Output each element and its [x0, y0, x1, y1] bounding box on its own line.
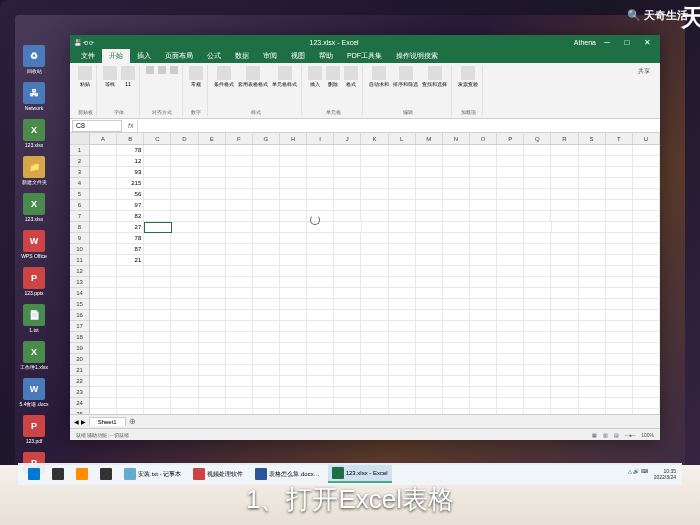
row-header[interactable]: 23 [70, 387, 89, 398]
cell[interactable] [171, 354, 198, 365]
cell[interactable] [551, 211, 578, 222]
cell[interactable] [117, 376, 144, 387]
cell[interactable] [199, 277, 226, 288]
cell[interactable] [144, 343, 171, 354]
cell[interactable] [606, 365, 633, 376]
cell[interactable] [199, 398, 226, 409]
col-header[interactable]: U [633, 133, 660, 144]
cell[interactable] [470, 255, 497, 266]
cell[interactable] [579, 365, 606, 376]
cell[interactable] [199, 321, 226, 332]
cell[interactable] [361, 409, 388, 414]
cell[interactable] [389, 233, 416, 244]
cell[interactable]: 27 [117, 222, 144, 233]
cell[interactable] [171, 266, 198, 277]
cell[interactable] [470, 365, 497, 376]
cell[interactable] [579, 167, 606, 178]
cell[interactable] [280, 189, 307, 200]
cell[interactable] [361, 145, 388, 156]
cell[interactable] [144, 178, 171, 189]
cell[interactable] [307, 321, 334, 332]
cell[interactable] [416, 277, 443, 288]
cell[interactable] [606, 409, 633, 414]
cell[interactable] [144, 266, 171, 277]
cell[interactable] [551, 376, 578, 387]
cell[interactable] [334, 332, 361, 343]
row-header[interactable]: 19 [70, 343, 89, 354]
cell[interactable] [389, 398, 416, 409]
cell[interactable] [579, 255, 606, 266]
cell[interactable] [253, 189, 280, 200]
cell[interactable] [579, 299, 606, 310]
cell[interactable] [280, 365, 307, 376]
cell[interactable] [226, 277, 253, 288]
cell[interactable] [606, 233, 633, 244]
cell[interactable] [253, 211, 280, 222]
col-header[interactable]: F [226, 133, 253, 144]
cell[interactable] [117, 343, 144, 354]
col-header[interactable]: P [497, 133, 524, 144]
cell[interactable] [389, 310, 416, 321]
col-header[interactable]: I [307, 133, 334, 144]
cell[interactable] [389, 244, 416, 255]
cell[interactable] [280, 167, 307, 178]
cell[interactable] [334, 189, 361, 200]
ribbon-button[interactable]: 条件格式 [213, 65, 235, 88]
cell[interactable] [117, 321, 144, 332]
cell[interactable] [334, 222, 361, 233]
cell[interactable] [389, 321, 416, 332]
cell[interactable] [144, 398, 171, 409]
cell[interactable] [579, 145, 606, 156]
cell[interactable] [90, 277, 117, 288]
taskbar-item[interactable] [48, 465, 68, 483]
cell[interactable] [117, 288, 144, 299]
cell[interactable] [524, 354, 551, 365]
cell[interactable] [171, 145, 198, 156]
cell[interactable] [443, 376, 470, 387]
cell[interactable] [524, 409, 551, 414]
cell[interactable] [497, 189, 524, 200]
cell[interactable] [606, 255, 633, 266]
row-header[interactable]: 22 [70, 376, 89, 387]
cell[interactable] [226, 376, 253, 387]
cell[interactable] [470, 288, 497, 299]
cell[interactable] [470, 178, 497, 189]
cell[interactable] [497, 310, 524, 321]
cell[interactable] [171, 178, 198, 189]
ribbon-button[interactable]: 插入 [307, 65, 323, 88]
cell[interactable] [307, 288, 334, 299]
cell[interactable] [606, 354, 633, 365]
cell[interactable] [171, 156, 198, 167]
cell[interactable] [416, 288, 443, 299]
cell[interactable] [470, 222, 497, 233]
cell[interactable] [551, 200, 578, 211]
col-header[interactable]: K [361, 133, 388, 144]
cell[interactable] [524, 266, 551, 277]
cell[interactable] [579, 189, 606, 200]
cell[interactable] [253, 233, 280, 244]
cell[interactable] [334, 156, 361, 167]
cell[interactable] [470, 299, 497, 310]
row-header[interactable]: 12 [70, 266, 89, 277]
cell[interactable] [117, 354, 144, 365]
cell[interactable] [280, 244, 307, 255]
cell[interactable] [334, 299, 361, 310]
cell[interactable] [524, 277, 551, 288]
cell[interactable] [551, 244, 578, 255]
cell[interactable] [253, 255, 280, 266]
fx-icon[interactable]: fx [124, 122, 137, 129]
cell[interactable] [524, 156, 551, 167]
cell[interactable] [497, 387, 524, 398]
ribbon-button[interactable]: 单元格样式 [271, 65, 298, 88]
cell[interactable] [253, 299, 280, 310]
cell[interactable] [253, 222, 280, 233]
cell[interactable] [443, 255, 470, 266]
cell[interactable] [497, 343, 524, 354]
tray-icons[interactable]: △ 🔊 ⌨ [628, 468, 648, 480]
cell[interactable] [90, 387, 117, 398]
row-header[interactable]: 3 [70, 167, 89, 178]
ribbon-button[interactable]: 自动求和 [368, 65, 390, 88]
cell[interactable] [117, 277, 144, 288]
share-button[interactable]: 共享 [632, 65, 656, 116]
cell[interactable] [307, 178, 334, 189]
